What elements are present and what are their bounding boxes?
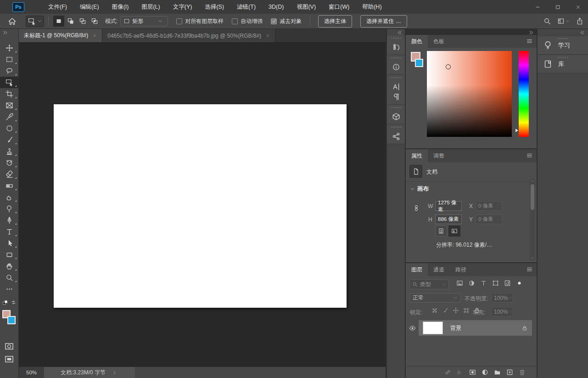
default-colors-icon[interactable] bbox=[3, 300, 8, 305]
quick-mask-icon[interactable] bbox=[4, 342, 15, 351]
lasso-tool[interactable] bbox=[0, 65, 19, 77]
layer-thumbnail[interactable] bbox=[423, 322, 443, 334]
scrollbar[interactable] bbox=[530, 179, 535, 260]
fill-input[interactable]: 100% bbox=[491, 307, 513, 316]
screen-mode-icon[interactable] bbox=[4, 355, 15, 364]
filter-adjustment-layers-icon[interactable] bbox=[468, 280, 475, 287]
scrollbar-thumb[interactable] bbox=[531, 184, 534, 210]
eraser-tool[interactable] bbox=[0, 169, 19, 180]
tab-adjustments[interactable]: 调整 bbox=[428, 149, 450, 162]
info-panel-button[interactable] bbox=[387, 55, 405, 75]
tab-channels[interactable]: 通道 bbox=[428, 263, 450, 276]
libraries-panel-button[interactable]: 库 bbox=[538, 55, 588, 73]
learn-panel-button[interactable]: 学习 bbox=[538, 36, 588, 55]
character-paragraph-panel-button[interactable] bbox=[387, 75, 405, 105]
menu-文件(F)[interactable]: 文件(F) bbox=[42, 0, 73, 14]
collapse-dock-icon[interactable] bbox=[397, 30, 403, 35]
filter-type-layers-icon[interactable] bbox=[480, 280, 487, 287]
opacity-input[interactable]: 100% bbox=[491, 293, 513, 303]
menu-图层(L)[interactable]: 图层(L) bbox=[135, 0, 166, 14]
history-panel-button[interactable] bbox=[387, 35, 405, 55]
sample-all-layers-option[interactable]: 对所有图层取样 bbox=[176, 17, 224, 25]
frame-tool[interactable] bbox=[0, 100, 19, 111]
menu-选择(S)[interactable]: 选择(S) bbox=[198, 0, 230, 14]
document-tab-1[interactable]: 未标题-1 @ 50%(RGB/8#) bbox=[19, 29, 102, 42]
tab-color[interactable]: 颜色 bbox=[406, 35, 428, 48]
menu-视图(V)[interactable]: 视图(V) bbox=[290, 0, 322, 14]
filter-pixel-layers-icon[interactable] bbox=[456, 280, 463, 287]
healing-brush-tool[interactable] bbox=[0, 123, 19, 134]
width-input[interactable]: 1275 像素 bbox=[435, 201, 462, 211]
object-selection-tool[interactable] bbox=[0, 77, 19, 88]
blend-mode-dropdown[interactable]: 正常 bbox=[409, 293, 461, 303]
zoom-tool[interactable] bbox=[0, 272, 19, 283]
filter-toggle-icon[interactable] bbox=[516, 280, 523, 287]
clone-stamp-tool[interactable] bbox=[0, 146, 19, 157]
search-icon[interactable] bbox=[543, 17, 551, 25]
filter-shape-layers-icon[interactable] bbox=[492, 280, 499, 287]
height-input[interactable]: 886 像素 bbox=[435, 214, 462, 224]
collapse-section-icon[interactable] bbox=[410, 186, 415, 192]
panel-menu-icon[interactable] bbox=[526, 152, 533, 158]
auto-enhance-checkbox[interactable] bbox=[232, 18, 238, 24]
share-panel-button[interactable] bbox=[387, 124, 405, 144]
close-button[interactable] bbox=[568, 0, 588, 14]
portrait-orientation-button[interactable] bbox=[435, 226, 447, 237]
new-group-icon[interactable] bbox=[494, 369, 501, 376]
minimize-button[interactable] bbox=[527, 0, 548, 14]
mode-dropdown[interactable]: 矩形 bbox=[120, 16, 168, 26]
menu-窗口(W)[interactable]: 窗口(W) bbox=[322, 0, 356, 14]
eyedropper-tool[interactable] bbox=[0, 111, 19, 123]
swap-colors-icon[interactable] bbox=[11, 299, 17, 305]
tab-layers[interactable]: 图层 bbox=[406, 263, 428, 276]
scroll-down-icon[interactable] bbox=[530, 256, 535, 260]
move-tool[interactable] bbox=[0, 42, 19, 54]
new-selection-button[interactable] bbox=[53, 16, 64, 27]
link-layers-icon[interactable] bbox=[444, 369, 451, 376]
hue-slider[interactable] bbox=[519, 51, 529, 137]
document-tab-2[interactable]: 0465c7b5-aef5-46d5-b1d6-7e33f9ba4b7b.jpg… bbox=[102, 29, 275, 42]
panel-menu-icon[interactable] bbox=[526, 266, 533, 272]
panel-menu-icon[interactable] bbox=[526, 38, 533, 44]
menu-3D(D)[interactable]: 3D(D) bbox=[262, 0, 290, 14]
gradient-tool[interactable] bbox=[0, 180, 19, 192]
new-adjustment-layer-icon[interactable] bbox=[482, 369, 488, 376]
status-chevron-icon[interactable] bbox=[112, 370, 117, 375]
menu-文字(Y)[interactable]: 文字(Y) bbox=[167, 0, 199, 14]
sample-all-layers-checkbox[interactable] bbox=[176, 18, 182, 24]
hand-tool[interactable] bbox=[0, 260, 19, 272]
type-tool[interactable] bbox=[0, 226, 19, 237]
new-layer-icon[interactable] bbox=[506, 369, 513, 376]
crop-tool[interactable] bbox=[0, 88, 19, 100]
smudge-tool[interactable] bbox=[0, 192, 19, 203]
maximize-button[interactable] bbox=[548, 0, 568, 14]
delete-layer-icon[interactable] bbox=[519, 369, 526, 376]
link-dimensions-icon[interactable] bbox=[413, 201, 420, 215]
menu-帮助(H)[interactable]: 帮助(H) bbox=[356, 0, 388, 14]
rectangle-tool[interactable] bbox=[0, 249, 19, 260]
auto-enhance-option[interactable]: 自动增强 bbox=[232, 17, 263, 25]
tab-paths[interactable]: 路径 bbox=[450, 263, 472, 276]
intersect-selection-button[interactable] bbox=[89, 16, 100, 27]
canvas[interactable] bbox=[54, 104, 347, 308]
background-color-swatch[interactable] bbox=[415, 59, 423, 67]
close-tab-icon[interactable] bbox=[266, 34, 270, 38]
brush-tool[interactable] bbox=[0, 134, 19, 146]
layer-row-selected[interactable]: 背景 bbox=[419, 320, 532, 336]
x-input[interactable]: 0 像素 bbox=[476, 201, 502, 211]
pen-tool[interactable] bbox=[0, 214, 19, 226]
menu-图像(I)[interactable]: 图像(I) bbox=[106, 0, 135, 14]
layer-lock-icon[interactable] bbox=[522, 325, 527, 331]
lock-transparency-icon[interactable] bbox=[431, 307, 438, 314]
lock-position-icon[interactable] bbox=[453, 307, 459, 314]
tab-properties[interactable]: 属性 bbox=[406, 149, 428, 162]
subtract-from-selection-button[interactable] bbox=[77, 16, 88, 27]
zoom-level-field[interactable]: 50% bbox=[19, 367, 44, 378]
close-tab-icon[interactable] bbox=[93, 34, 97, 38]
workspace-switcher-icon[interactable] bbox=[557, 17, 565, 25]
layer-visibility-toggle[interactable] bbox=[406, 325, 419, 332]
layer-row[interactable]: 背景 bbox=[406, 320, 537, 336]
expand-toolbar-icon[interactable] bbox=[2, 30, 8, 35]
layer-style-icon[interactable]: fx bbox=[457, 369, 464, 376]
y-input[interactable]: 0 像素 bbox=[476, 214, 502, 224]
